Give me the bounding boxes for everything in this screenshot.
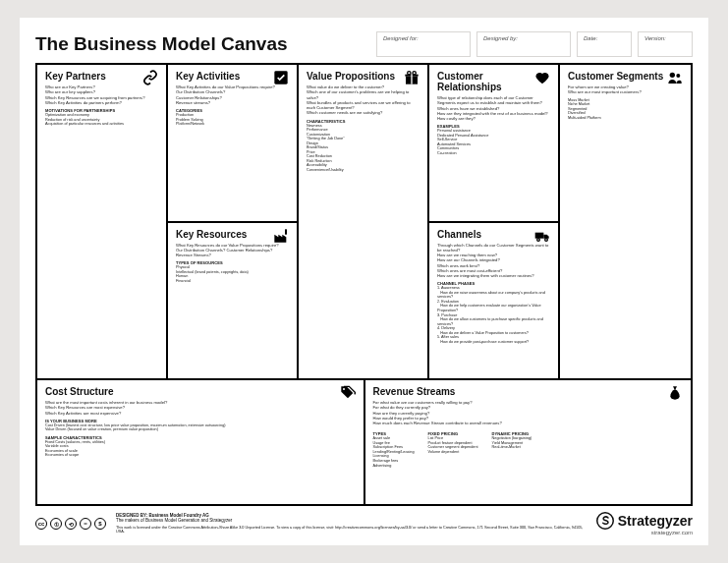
block-title: Customer Relationships — [437, 71, 550, 92]
block-title: Value Propositions — [307, 71, 420, 82]
field-designed-by[interactable]: Designed by: — [476, 31, 571, 57]
block-list: PhysicalIntellectual (brand patents, cop… — [176, 265, 289, 283]
block-list: List PriceProduct feature dependentCusto… — [428, 436, 478, 454]
credits-sub: The makers of Business Model Generation … — [116, 518, 587, 523]
block-revenue-streams: Revenue Streams For what value are our c… — [365, 380, 692, 504]
block-questions: What value do we deliver to the customer… — [307, 84, 420, 116]
block-customer-relationships: Customer Relationships What type of rela… — [429, 65, 560, 223]
block-list: NewnessPerformanceCustomization"Getting … — [307, 124, 420, 173]
cc-nd-icon: = — [80, 518, 91, 530]
brand-name: Strategyzer — [618, 513, 693, 529]
brand-url: strategyzer.com — [651, 530, 693, 535]
block-title: Key Activities — [176, 71, 289, 82]
block-list: Fixed Costs (salaries, rents, utilities)… — [45, 440, 356, 458]
block-title: Cost Structure — [45, 386, 356, 397]
canvas-top-row: Key Partners Who are our Key Partners?Wh… — [37, 65, 691, 378]
cc-icons: cc ① ⟲ = $ — [35, 518, 106, 530]
license-text: This work is licensed under the Creative… — [116, 526, 587, 535]
block-key-activities: Key Activities What Key Activities do ou… — [168, 65, 299, 223]
credits: DESIGNED BY: Business Model Foundry AG T… — [116, 513, 587, 535]
svg-point-10 — [670, 73, 675, 78]
block-list: Mass MarketNiche MarketSegmentedDiversif… — [568, 98, 683, 121]
block-questions: What are the most important costs inhere… — [45, 400, 356, 416]
block-channels: Channels Through which Channels do our C… — [429, 223, 560, 379]
block-value-propositions: Value Propositions What value do we deli… — [299, 65, 429, 378]
heart-icon — [534, 70, 550, 85]
block-title: Key Resources — [176, 229, 289, 240]
block-questions: What Key Activities do our Value Proposi… — [176, 84, 289, 105]
block-questions: For what value are our customers really … — [373, 400, 684, 425]
designed-by-label: DESIGNED BY: — [116, 513, 147, 518]
block-title: Customer Segments — [568, 71, 683, 82]
canvas-sheet: The Business Model Canvas Designed for: … — [20, 18, 708, 545]
svg-point-12 — [343, 388, 345, 390]
block-title: Channels — [437, 229, 550, 240]
svg-point-5 — [408, 72, 411, 75]
svg-rect-4 — [411, 75, 412, 84]
link-icon — [142, 70, 158, 85]
block-questions: Through which Channels do our Customer S… — [437, 243, 550, 279]
canvas-bottom-row: Cost Structure What are the most importa… — [37, 378, 691, 504]
block-list: 1. Awareness How do we raise awareness a… — [437, 286, 550, 344]
footer: cc ① ⟲ = $ DESIGNED BY: Business Model F… — [35, 506, 693, 535]
block-title: Revenue Streams — [373, 386, 684, 397]
field-version[interactable]: Version: — [638, 31, 693, 57]
field-designed-for[interactable]: Designed for: — [376, 31, 471, 57]
brand: Strategyzer strategyzer.com — [596, 512, 693, 535]
gift-icon — [404, 70, 420, 85]
cc-icon: cc — [35, 518, 47, 530]
brand-logo: Strategyzer — [596, 512, 693, 530]
block-customer-segments: Customer Segments For whom are we creati… — [560, 65, 691, 378]
block-list: ProductionProblem SolvingPlatform/Networ… — [176, 113, 289, 127]
block-key-partners: Key Partners Who are our Key Partners?Wh… — [37, 65, 168, 378]
block-list: Personal assistanceDedicated Personal As… — [437, 129, 550, 155]
cc-by-icon: ① — [50, 518, 62, 530]
block-key-resources: Key Resources What Key Resources do our … — [168, 223, 299, 379]
block-list: Optimization and economyReduction of ris… — [45, 113, 158, 127]
block-questions: What Key Resources do our Value Proposit… — [176, 243, 289, 258]
block-title: Key Partners — [45, 71, 158, 82]
block-list: Asset saleUsage feeSubscription FeesLend… — [373, 436, 415, 468]
cc-sa-icon: ⟲ — [65, 518, 77, 530]
canvas-grid: Key Partners Who are our Key Partners?Wh… — [35, 63, 693, 506]
moneybag-icon — [667, 385, 683, 401]
block-questions: What type of relationship does each of o… — [437, 95, 550, 121]
svg-point-11 — [676, 74, 680, 78]
block-questions: For whom are we creating value?Who are o… — [568, 84, 683, 95]
meta-fields: Designed for: Designed by: Date: Version… — [298, 31, 693, 57]
people-icon — [667, 70, 683, 85]
block-questions: Who are our Key Partners?Who are our key… — [45, 84, 158, 105]
tags-icon — [340, 385, 356, 401]
block-list: Negotiation (bargaining)Yield Management… — [492, 436, 532, 450]
checkbox-icon — [273, 70, 289, 85]
svg-point-6 — [413, 72, 416, 75]
truck-icon — [534, 228, 550, 244]
field-date[interactable]: Date: — [577, 31, 632, 57]
s-logo-icon — [596, 512, 614, 530]
svg-point-8 — [537, 238, 540, 241]
svg-rect-1 — [285, 229, 287, 234]
page-title: The Business Model Canvas — [35, 33, 288, 57]
factory-icon — [273, 228, 289, 244]
block-cost-structure: Cost Structure What are the most importa… — [37, 380, 365, 504]
designed-by-name: Business Model Foundry AG — [148, 513, 208, 518]
block-list: Cost Driven (leanest cost structure, low… — [45, 423, 356, 432]
header: The Business Model Canvas Designed for: … — [35, 31, 693, 57]
svg-rect-7 — [535, 232, 544, 238]
svg-point-9 — [545, 238, 548, 241]
cc-nc-icon: $ — [94, 518, 106, 530]
